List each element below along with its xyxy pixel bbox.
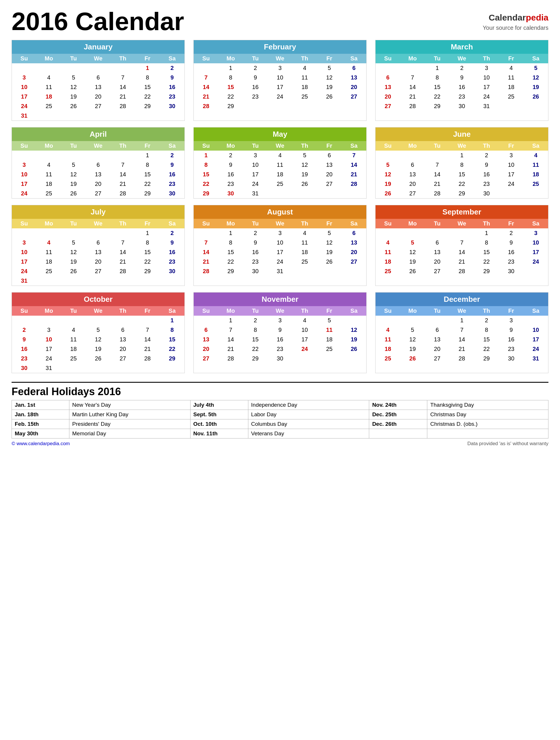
day-cell: 28 bbox=[450, 267, 474, 276]
day-cell: 10 bbox=[268, 238, 292, 248]
day-cell: 3 bbox=[499, 151, 523, 160]
day-header-fr: Fr bbox=[317, 219, 342, 228]
day-cell: 25 bbox=[376, 267, 400, 276]
day-cell: 20 bbox=[342, 248, 366, 257]
day-cell: 19 bbox=[292, 170, 317, 179]
day-cell: 23 bbox=[218, 179, 243, 189]
day-header-su: Su bbox=[376, 306, 400, 316]
holiday-date: Sept. 5th bbox=[190, 410, 248, 420]
day-cell: 1 bbox=[194, 151, 218, 160]
day-header-sa: Sa bbox=[342, 306, 366, 316]
day-cell: 10 bbox=[524, 238, 548, 248]
day-cell: 10 bbox=[12, 82, 36, 92]
day-cell: 24 bbox=[474, 92, 499, 101]
day-cell: 14 bbox=[218, 335, 243, 344]
day-cell: 27 bbox=[110, 354, 135, 363]
day-cell: 5 bbox=[400, 325, 425, 335]
day-cell: 3 bbox=[12, 238, 36, 248]
day-cell: 5 bbox=[61, 160, 86, 170]
day-cell bbox=[450, 228, 474, 238]
day-cell: 19 bbox=[317, 248, 342, 257]
day-header-fr: Fr bbox=[135, 141, 160, 151]
day-cell: 24 bbox=[292, 344, 317, 354]
day-cell: 2 bbox=[160, 228, 184, 238]
day-header-we: We bbox=[450, 306, 474, 316]
holiday-name: Independence Day bbox=[248, 400, 369, 410]
day-cell: 11 bbox=[36, 82, 61, 92]
day-cell: 7 bbox=[194, 73, 218, 82]
day-cell: 29 bbox=[425, 101, 450, 111]
day-cell: 8 bbox=[218, 73, 243, 82]
day-cell: 28 bbox=[450, 354, 474, 363]
day-cell: 1 bbox=[160, 316, 184, 325]
holiday-name: Thanksgiving Day bbox=[427, 400, 548, 410]
day-cell: 22 bbox=[450, 179, 474, 189]
day-cell: 17 bbox=[243, 170, 268, 179]
day-header-we: We bbox=[86, 54, 110, 63]
day-cell: 30 bbox=[12, 363, 36, 373]
day-cell: 20 bbox=[425, 257, 450, 267]
day-cell: 4 bbox=[36, 238, 61, 248]
day-cell: 4 bbox=[61, 325, 86, 335]
day-cell: 13 bbox=[317, 160, 342, 170]
day-cell: 26 bbox=[61, 101, 86, 111]
day-header-su: Su bbox=[376, 141, 400, 151]
day-header-we: We bbox=[450, 219, 474, 228]
day-header-mo: Mo bbox=[218, 219, 243, 228]
day-cell: 15 bbox=[243, 335, 268, 344]
day-cell: 26 bbox=[342, 344, 366, 354]
day-cell bbox=[499, 189, 523, 198]
day-cell: 22 bbox=[243, 344, 268, 354]
month-body-june: 1234567891011121314151617181920212223242… bbox=[376, 151, 548, 198]
day-cell: 16 bbox=[160, 170, 184, 179]
day-cell: 2 bbox=[160, 63, 184, 73]
day-cell: 27 bbox=[342, 92, 366, 101]
day-cell bbox=[524, 267, 548, 276]
day-cell: 4 bbox=[292, 316, 317, 325]
day-cell: 26 bbox=[524, 92, 548, 101]
day-cell: 2 bbox=[243, 228, 268, 238]
holiday-date: Dec. 25th bbox=[369, 410, 427, 420]
day-header-su: Su bbox=[376, 54, 400, 63]
page-header: 2016 Calendar Calendarpedia Your source … bbox=[12, 9, 548, 34]
day-cell: 17 bbox=[292, 335, 317, 344]
day-header-su: Su bbox=[194, 219, 218, 228]
day-cell: 4 bbox=[36, 160, 61, 170]
day-cell bbox=[86, 111, 110, 120]
day-cell: 29 bbox=[243, 354, 268, 363]
day-header-tu: Tu bbox=[61, 54, 86, 63]
day-cell: 29 bbox=[474, 354, 499, 363]
day-cell: 7 bbox=[425, 160, 450, 170]
day-header-th: Th bbox=[110, 141, 135, 151]
day-cell: 29 bbox=[160, 354, 184, 363]
day-cell bbox=[86, 228, 110, 238]
day-cell: 23 bbox=[474, 179, 499, 189]
day-cell: 15 bbox=[160, 335, 184, 344]
day-cell: 31 bbox=[474, 101, 499, 111]
day-cell: 1 bbox=[450, 316, 474, 325]
day-header-mo: Mo bbox=[36, 306, 61, 316]
day-cell bbox=[342, 101, 366, 111]
day-cell bbox=[12, 63, 36, 73]
day-header-fr: Fr bbox=[135, 54, 160, 63]
day-cell: 4 bbox=[376, 325, 400, 335]
day-cell: 21 bbox=[135, 344, 160, 354]
day-cell: 19 bbox=[376, 179, 400, 189]
day-cell: 27 bbox=[425, 354, 450, 363]
day-header-fr: Fr bbox=[317, 141, 342, 151]
day-cell: 10 bbox=[292, 325, 317, 335]
month-body-september: 1234567891011121314151617181920212223242… bbox=[376, 228, 548, 276]
day-header-mo: Mo bbox=[400, 54, 425, 63]
day-cell: 7 bbox=[194, 238, 218, 248]
day-cell bbox=[268, 101, 292, 111]
day-cell bbox=[36, 63, 61, 73]
day-cell bbox=[135, 276, 160, 286]
day-cell: 25 bbox=[376, 354, 400, 363]
day-cell: 9 bbox=[12, 335, 36, 344]
holiday-name: Christmas Day bbox=[427, 410, 548, 420]
holiday-name: Columbus Day bbox=[248, 420, 369, 429]
day-header-su: Su bbox=[12, 219, 36, 228]
day-cell: 5 bbox=[86, 325, 110, 335]
day-cell: 20 bbox=[86, 257, 110, 267]
day-cell: 10 bbox=[243, 160, 268, 170]
